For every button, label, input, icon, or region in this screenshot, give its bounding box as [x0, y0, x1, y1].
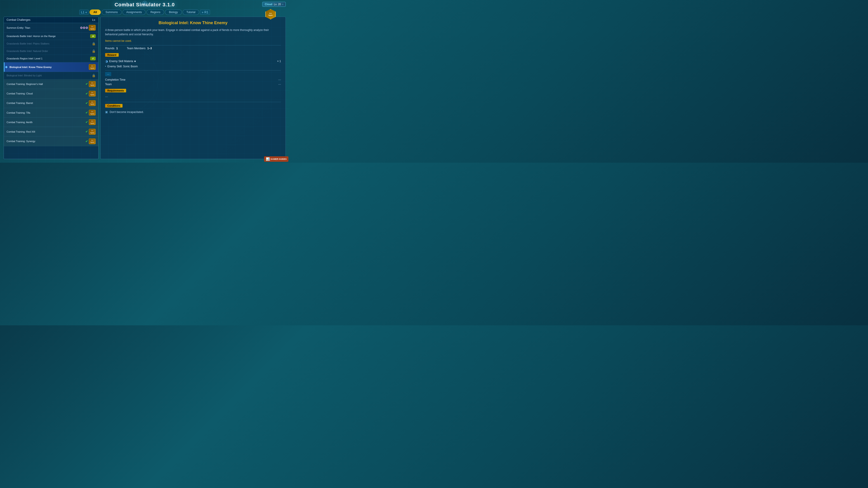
team-label: Team [105, 83, 112, 86]
challenge-item[interactable]: Combat Training: Beginner's Hall ✔ Lv.Sy… [4, 79, 98, 89]
main-content: Combat Challenges Lv. Summon Entity: Tit… [0, 17, 289, 159]
lock-icon: 🔒 [92, 74, 96, 77]
challenge-item[interactable]: Combat Training: Synergy ✔ Lv.Sync [4, 137, 98, 146]
lv-badge: 19 [90, 34, 96, 38]
challenge-badge-area: 19 [90, 34, 96, 38]
team-row: Team --- [105, 82, 281, 87]
requirements-section: Requirements --- [105, 88, 281, 99]
icon3 [86, 27, 88, 29]
check-icon: ✔ [86, 111, 88, 114]
challenges-title: Combat Challenges [6, 18, 30, 22]
materia-icon: ◑ [105, 59, 108, 63]
lock-icon: 🔒 [92, 42, 96, 45]
lv-sync-badge: Lv.Sync [89, 100, 96, 106]
challenge-name: Grasslands Battle Intel: Plains Stalkers [6, 42, 50, 45]
req-value: --- [105, 94, 281, 99]
challenge-name: Combat Training: Red XIII [6, 130, 35, 133]
tab-regions[interactable]: Regions [147, 9, 164, 15]
challenge-item[interactable]: Combat Training: Tifa ✔ Lv.Sync [4, 108, 98, 118]
challenge-name: Combat Training: Barret [6, 102, 33, 104]
challenge-item[interactable]: Combat Training: Red XIII ✔ Lv.Sync [4, 127, 98, 136]
reward-section-label: Reward [105, 53, 281, 59]
tab-all[interactable]: All [90, 9, 101, 15]
challenge-name: Grasslands Battle Intel: Horror on the R… [6, 35, 56, 37]
tab-tutorial[interactable]: Tutorial [183, 9, 199, 15]
challenge-badge-area: ✔ Lv.Sync [86, 129, 96, 134]
condition-item-1: ▣ Don't become incapacitated. [105, 109, 281, 115]
player-level: Lv. 20 [274, 3, 281, 6]
detail-title: Biological Intel: Know Thine Enemy [105, 21, 281, 25]
challenge-badge-area: 🔒 [92, 42, 96, 45]
check-icon: ✔ [86, 130, 88, 133]
completion-time-row: Completion Time --- [105, 77, 281, 82]
reward-name-1: ◑ Enemy Skill Materia ★ [105, 59, 136, 63]
stats-row: Rounds 1 Team Members 1–3 [105, 47, 281, 52]
lv-sync-lv: Lv. [270, 12, 272, 14]
lv-sync-sync: Sync [268, 14, 273, 16]
icon1 [80, 27, 83, 29]
challenge-item[interactable]: Summon Entity: Titan Lv.Sync [4, 23, 98, 33]
tab-assignments[interactable]: Assignments [123, 9, 146, 15]
lv-sync-badge: Lv.Sync [89, 91, 96, 96]
lv-sync-badge: Lv.Sync [89, 110, 96, 116]
challenge-item[interactable]: Combat Training: Cloud ✔ Lv.Sync [4, 89, 98, 98]
requirements-label: Requirements [105, 89, 126, 92]
lv-sync-badge: Lv.Sync [89, 64, 96, 70]
completion-time-label: Completion Time [105, 78, 125, 81]
team-value: --- [278, 83, 281, 86]
challenge-badge-area: ✔ Lv.Sync [86, 91, 96, 96]
page-title: Combat Simulator 3.1.0 [0, 2, 289, 8]
conditions-label: Conditions [105, 104, 123, 107]
section-dashes: --- [105, 72, 111, 76]
challenge-badge-area: 17 [90, 57, 96, 60]
lv-sync-badge: Lv.Sync [89, 138, 96, 144]
challenge-badge-area: ✔ Lv.Sync [86, 138, 96, 144]
condition-text-1: Don't become incapacitated. [110, 110, 144, 113]
challenge-name: Combat Training: Tifa [6, 111, 30, 114]
challenge-item[interactable]: Grasslands Battle Intel: Plains Stalkers… [4, 40, 98, 47]
icon2 [83, 27, 85, 29]
challenge-name: Combat Training: Aerith [6, 121, 33, 124]
challenge-list: Summon Entity: Titan Lv.Sync Grasslands … [4, 23, 98, 146]
lv-sync-badge: Lv.Sync [89, 81, 96, 87]
challenge-item[interactable]: Combat Training: Aerith ✔ Lv.Sync [4, 118, 98, 127]
check-icon: ✔ [86, 101, 88, 105]
warning-text: Items cannot be used. [105, 39, 281, 42]
challenge-badge-area: ✔ Lv.Sync [86, 100, 96, 106]
challenge-item[interactable]: Grasslands Battle Intel: Horror on the R… [4, 33, 98, 40]
challenge-badge-area: ✔ Lv.Sync [86, 110, 96, 116]
reward-item-2: • Enemy Skill: Sonic Boom [105, 64, 281, 69]
nav-left-arrow[interactable]: L1 « [79, 10, 89, 15]
lv-sync-badge: Lv.Sync [89, 119, 96, 125]
challenge-badge-area: ✔ Lv.Sync [86, 119, 96, 125]
lv-sync-badge: Lv.Sync [89, 25, 96, 31]
challenge-item[interactable]: Grasslands Region Intel: Level 1 17 [4, 55, 98, 62]
challenge-item-active[interactable]: Biological Intel: Know Thine Enemy Lv.Sy… [4, 62, 98, 72]
challenge-name: Biological Intel: Blinded by Light [6, 74, 41, 77]
rounds-value: 1 [116, 47, 118, 50]
tab-biology[interactable]: Biology [165, 9, 182, 15]
player-badge: Cloud Lv. 20 › [262, 2, 286, 7]
team-members-stat: Team Members 1–3 [127, 47, 152, 50]
bullet-icon: • [105, 65, 106, 68]
challenge-name: Combat Training: Cloud [6, 92, 33, 95]
tab-summons[interactable]: Summons [102, 9, 122, 15]
left-panel: Combat Challenges Lv. Summon Entity: Tit… [4, 17, 98, 159]
challenge-name: Grasslands Region Intel: Level 1 [6, 57, 42, 60]
challenge-item[interactable]: Grasslands Battle Intel: Natural Order 🔒 [4, 47, 98, 55]
challenge-item[interactable]: Combat Training: Barret ✔ Lv.Sync [4, 98, 98, 108]
reward-name-2: • Enemy Skill: Sonic Boom [105, 65, 138, 68]
challenges-lv-label: Lv. [92, 18, 96, 22]
challenge-badge-area: Lv.Sync [80, 25, 96, 31]
left-panel-header: Combat Challenges Lv. [4, 17, 98, 23]
nav-right-arrow[interactable]: » R1 [200, 10, 210, 15]
reward-text-2: Enemy Skill: Sonic Boom [107, 65, 138, 68]
challenge-badge-area: Lv.Sync [89, 64, 96, 70]
condition-icon: ▣ [105, 110, 108, 113]
gamer-guides-text: GAMER GUIDES [271, 158, 287, 160]
header: Combat Simulator 3.1.0 [0, 0, 289, 8]
check-icon: ✔ [86, 82, 88, 86]
challenge-badge-area: 🔒 [92, 49, 96, 53]
challenge-name: Summon Entity: Titan [6, 26, 30, 29]
challenge-item[interactable]: Biological Intel: Blinded by Light 🔒 [4, 72, 98, 79]
